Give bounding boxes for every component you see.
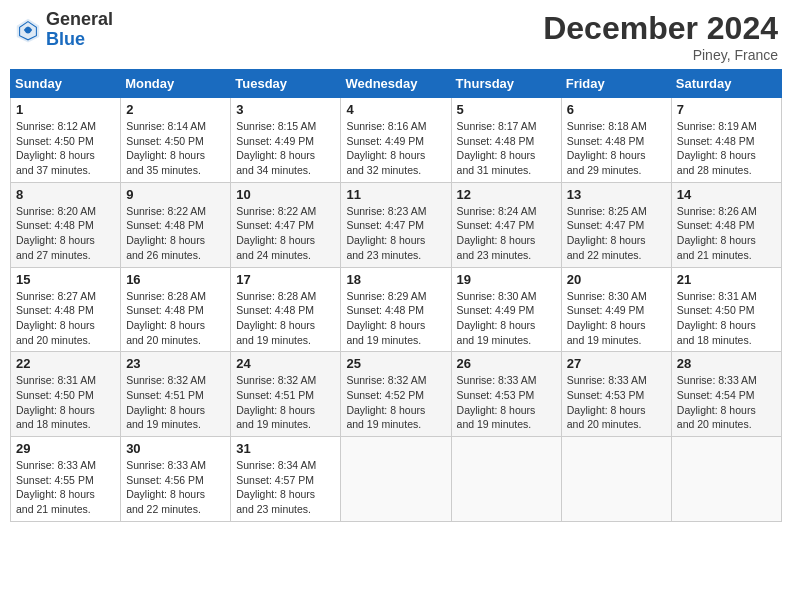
calendar-cell: 2Sunrise: 8:14 AMSunset: 4:50 PMDaylight… [121,98,231,183]
day-info: Sunrise: 8:33 AMSunset: 4:55 PMDaylight:… [16,458,115,517]
day-number: 5 [457,102,556,117]
calendar-cell: 4Sunrise: 8:16 AMSunset: 4:49 PMDaylight… [341,98,451,183]
day-number: 21 [677,272,776,287]
day-info: Sunrise: 8:29 AMSunset: 4:48 PMDaylight:… [346,289,445,348]
day-info: Sunrise: 8:18 AMSunset: 4:48 PMDaylight:… [567,119,666,178]
day-info: Sunrise: 8:33 AMSunset: 4:53 PMDaylight:… [567,373,666,432]
day-info: Sunrise: 8:31 AMSunset: 4:50 PMDaylight:… [677,289,776,348]
day-info: Sunrise: 8:17 AMSunset: 4:48 PMDaylight:… [457,119,556,178]
calendar-cell: 19Sunrise: 8:30 AMSunset: 4:49 PMDayligh… [451,267,561,352]
day-info: Sunrise: 8:19 AMSunset: 4:48 PMDaylight:… [677,119,776,178]
calendar-cell: 16Sunrise: 8:28 AMSunset: 4:48 PMDayligh… [121,267,231,352]
calendar-cell: 27Sunrise: 8:33 AMSunset: 4:53 PMDayligh… [561,352,671,437]
calendar-cell: 10Sunrise: 8:22 AMSunset: 4:47 PMDayligh… [231,182,341,267]
day-number: 13 [567,187,666,202]
day-info: Sunrise: 8:32 AMSunset: 4:52 PMDaylight:… [346,373,445,432]
day-number: 2 [126,102,225,117]
day-number: 15 [16,272,115,287]
day-number: 29 [16,441,115,456]
day-number: 30 [126,441,225,456]
calendar-cell: 6Sunrise: 8:18 AMSunset: 4:48 PMDaylight… [561,98,671,183]
month-title: December 2024 [543,10,778,47]
day-info: Sunrise: 8:28 AMSunset: 4:48 PMDaylight:… [236,289,335,348]
day-info: Sunrise: 8:15 AMSunset: 4:49 PMDaylight:… [236,119,335,178]
day-number: 28 [677,356,776,371]
day-info: Sunrise: 8:31 AMSunset: 4:50 PMDaylight:… [16,373,115,432]
calendar-cell [341,437,451,522]
day-number: 19 [457,272,556,287]
calendar-cell: 18Sunrise: 8:29 AMSunset: 4:48 PMDayligh… [341,267,451,352]
calendar-cell [671,437,781,522]
day-info: Sunrise: 8:16 AMSunset: 4:49 PMDaylight:… [346,119,445,178]
calendar-week-row: 22Sunrise: 8:31 AMSunset: 4:50 PMDayligh… [11,352,782,437]
calendar-cell: 24Sunrise: 8:32 AMSunset: 4:51 PMDayligh… [231,352,341,437]
calendar-week-row: 8Sunrise: 8:20 AMSunset: 4:48 PMDaylight… [11,182,782,267]
page-header: General Blue December 2024 Piney, France [10,10,782,63]
day-info: Sunrise: 8:34 AMSunset: 4:57 PMDaylight:… [236,458,335,517]
day-header-tuesday: Tuesday [231,70,341,98]
calendar-cell: 28Sunrise: 8:33 AMSunset: 4:54 PMDayligh… [671,352,781,437]
calendar-cell: 8Sunrise: 8:20 AMSunset: 4:48 PMDaylight… [11,182,121,267]
calendar-week-row: 29Sunrise: 8:33 AMSunset: 4:55 PMDayligh… [11,437,782,522]
logo-icon [14,16,42,44]
day-header-friday: Friday [561,70,671,98]
day-number: 6 [567,102,666,117]
calendar-cell: 23Sunrise: 8:32 AMSunset: 4:51 PMDayligh… [121,352,231,437]
day-number: 9 [126,187,225,202]
logo: General Blue [14,10,113,50]
calendar-cell: 13Sunrise: 8:25 AMSunset: 4:47 PMDayligh… [561,182,671,267]
calendar-cell: 14Sunrise: 8:26 AMSunset: 4:48 PMDayligh… [671,182,781,267]
day-number: 26 [457,356,556,371]
calendar-cell: 29Sunrise: 8:33 AMSunset: 4:55 PMDayligh… [11,437,121,522]
day-header-sunday: Sunday [11,70,121,98]
calendar-cell: 22Sunrise: 8:31 AMSunset: 4:50 PMDayligh… [11,352,121,437]
day-number: 7 [677,102,776,117]
day-number: 3 [236,102,335,117]
day-info: Sunrise: 8:30 AMSunset: 4:49 PMDaylight:… [457,289,556,348]
day-number: 1 [16,102,115,117]
calendar-cell: 30Sunrise: 8:33 AMSunset: 4:56 PMDayligh… [121,437,231,522]
location: Piney, France [543,47,778,63]
day-info: Sunrise: 8:24 AMSunset: 4:47 PMDaylight:… [457,204,556,263]
day-info: Sunrise: 8:20 AMSunset: 4:48 PMDaylight:… [16,204,115,263]
calendar-cell: 31Sunrise: 8:34 AMSunset: 4:57 PMDayligh… [231,437,341,522]
day-number: 14 [677,187,776,202]
day-info: Sunrise: 8:30 AMSunset: 4:49 PMDaylight:… [567,289,666,348]
calendar-cell: 26Sunrise: 8:33 AMSunset: 4:53 PMDayligh… [451,352,561,437]
calendar-cell: 25Sunrise: 8:32 AMSunset: 4:52 PMDayligh… [341,352,451,437]
day-number: 17 [236,272,335,287]
day-info: Sunrise: 8:25 AMSunset: 4:47 PMDaylight:… [567,204,666,263]
calendar-cell: 7Sunrise: 8:19 AMSunset: 4:48 PMDaylight… [671,98,781,183]
day-header-saturday: Saturday [671,70,781,98]
day-info: Sunrise: 8:32 AMSunset: 4:51 PMDaylight:… [236,373,335,432]
day-info: Sunrise: 8:33 AMSunset: 4:53 PMDaylight:… [457,373,556,432]
day-info: Sunrise: 8:12 AMSunset: 4:50 PMDaylight:… [16,119,115,178]
day-number: 25 [346,356,445,371]
calendar-cell: 9Sunrise: 8:22 AMSunset: 4:48 PMDaylight… [121,182,231,267]
calendar-cell: 1Sunrise: 8:12 AMSunset: 4:50 PMDaylight… [11,98,121,183]
title-block: December 2024 Piney, France [543,10,778,63]
day-number: 16 [126,272,225,287]
day-number: 10 [236,187,335,202]
day-number: 24 [236,356,335,371]
day-info: Sunrise: 8:28 AMSunset: 4:48 PMDaylight:… [126,289,225,348]
day-number: 8 [16,187,115,202]
calendar-cell: 5Sunrise: 8:17 AMSunset: 4:48 PMDaylight… [451,98,561,183]
day-number: 18 [346,272,445,287]
day-info: Sunrise: 8:33 AMSunset: 4:56 PMDaylight:… [126,458,225,517]
logo-blue: Blue [46,30,113,50]
day-number: 12 [457,187,556,202]
day-number: 22 [16,356,115,371]
calendar-cell: 17Sunrise: 8:28 AMSunset: 4:48 PMDayligh… [231,267,341,352]
day-info: Sunrise: 8:33 AMSunset: 4:54 PMDaylight:… [677,373,776,432]
calendar-week-row: 15Sunrise: 8:27 AMSunset: 4:48 PMDayligh… [11,267,782,352]
calendar-header-row: SundayMondayTuesdayWednesdayThursdayFrid… [11,70,782,98]
day-info: Sunrise: 8:23 AMSunset: 4:47 PMDaylight:… [346,204,445,263]
day-info: Sunrise: 8:26 AMSunset: 4:48 PMDaylight:… [677,204,776,263]
day-header-thursday: Thursday [451,70,561,98]
day-number: 31 [236,441,335,456]
day-info: Sunrise: 8:32 AMSunset: 4:51 PMDaylight:… [126,373,225,432]
calendar-cell: 21Sunrise: 8:31 AMSunset: 4:50 PMDayligh… [671,267,781,352]
calendar-cell [561,437,671,522]
day-number: 11 [346,187,445,202]
